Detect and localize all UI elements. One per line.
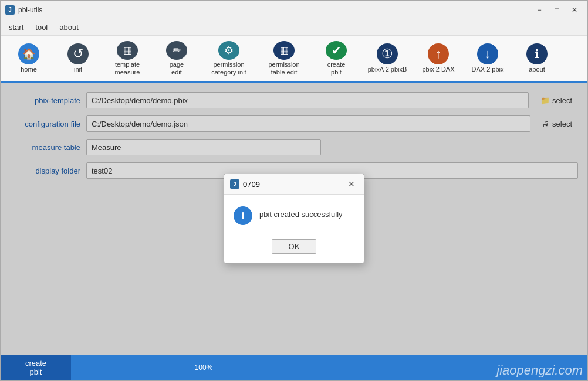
init-icon: ↺	[67, 43, 89, 64]
modal-dialog: J 0709 ✕ i pbit created successfully OK	[224, 174, 364, 264]
toolbar-about[interactable]: ℹ about	[513, 39, 560, 79]
toolbar-home-label: home	[21, 66, 37, 73]
modal-title-left: J 0709	[230, 179, 260, 189]
toolbar-DAX-pbix-label: DAX 2 pbix	[471, 66, 503, 73]
window-controls: − □ ✕	[531, 3, 583, 17]
toolbar-pbixA-2-pbixB[interactable]: ① pbixA 2 pbixB	[362, 39, 413, 79]
toolbar-permission-category-init[interactable]: ⚙ permissioncategory init	[202, 39, 255, 79]
toolbar-init[interactable]: ↺ init	[55, 39, 102, 79]
titlebar-left: J pbi-utils	[5, 5, 42, 15]
titlebar: J pbi-utils − □ ✕	[1, 1, 587, 19]
toolbar-permission-table-edit[interactable]: ▦ permissiontable edit	[258, 39, 310, 79]
modal-overlay: J 0709 ✕ i pbit created successfully OK	[1, 83, 587, 355]
toolbar-page-edit[interactable]: ✏ pageedit	[153, 39, 200, 79]
toolbar-create-pbit[interactable]: ✔ createpbit	[313, 39, 360, 79]
app-title: pbi-utils	[18, 6, 42, 14]
close-button[interactable]: ✕	[566, 3, 583, 17]
info-circle-icon: i	[234, 206, 252, 225]
toolbar: 🏠 home ↺ init ▦ templatemeasure ✏ pageed…	[1, 36, 587, 83]
create-pbit-icon: ✔	[326, 41, 347, 60]
menubar: start tool about	[1, 19, 587, 36]
toolbar-about-label: about	[529, 66, 545, 73]
modal-close-button[interactable]: ✕	[345, 178, 358, 190]
modal-body: i pbit created successfully	[224, 195, 364, 234]
toolbar-template-measure-label: templatemeasure	[115, 61, 140, 76]
modal-app-icon: J	[230, 179, 239, 189]
modal-title: 0709	[243, 180, 260, 189]
status-action-label: createpbit	[25, 359, 46, 376]
modal-message: pbit created successfully	[259, 206, 343, 219]
toolbar-DAX-2-pbix[interactable]: ↓ DAX 2 pbix	[464, 39, 511, 79]
progress-label: 100%	[195, 363, 213, 372]
toolbar-page-edit-label: pageedit	[170, 61, 184, 76]
menu-start[interactable]: start	[3, 21, 29, 34]
page-edit-icon: ✏	[166, 41, 187, 60]
toolbar-home[interactable]: 🏠 home	[5, 39, 52, 79]
permission-table-icon: ▦	[273, 41, 295, 60]
home-icon: 🏠	[18, 43, 39, 64]
toolbar-permission-table-label: permissiontable edit	[268, 61, 299, 76]
modal-footer: OK	[224, 234, 364, 263]
pbix-DAX-icon: ↑	[428, 43, 449, 64]
minimize-button[interactable]: −	[531, 3, 548, 17]
pbixA-pbixB-icon: ①	[377, 43, 398, 64]
toolbar-pbix-DAX-label: pbix 2 DAX	[422, 66, 454, 73]
statusbar: createpbit 100% jiaopengzi.com	[1, 355, 587, 380]
progress-bar-background: 100%	[80, 362, 327, 373]
maximize-button[interactable]: □	[549, 3, 565, 17]
toolbar-init-label: init	[74, 66, 82, 73]
permission-category-icon: ⚙	[218, 41, 239, 60]
about-icon: ℹ	[526, 43, 548, 64]
progress-bar-fill: 100%	[80, 362, 327, 373]
toolbar-permission-category-label: permissioncategory init	[211, 61, 246, 76]
modal-ok-button[interactable]: OK	[272, 239, 317, 254]
main-content: pbix-template 📁 select configuration fil…	[1, 83, 587, 355]
app-icon: J	[5, 5, 15, 15]
toolbar-pbix-2-DAX[interactable]: ↑ pbix 2 DAX	[415, 39, 462, 79]
toolbar-create-pbit-label: createpbit	[327, 61, 346, 76]
status-label: createpbit	[1, 355, 71, 380]
menu-tool[interactable]: tool	[29, 21, 53, 34]
modal-titlebar: J 0709 ✕	[224, 174, 364, 195]
toolbar-pbixA-pbixB-label: pbixA 2 pbixB	[368, 66, 407, 73]
DAX-pbix-icon: ↓	[477, 43, 498, 64]
toolbar-template-measure[interactable]: ▦ templatemeasure	[104, 39, 151, 79]
template-measure-icon: ▦	[117, 41, 138, 60]
menu-about[interactable]: about	[53, 21, 85, 34]
watermark: jiaopengzi.com	[496, 363, 583, 378]
